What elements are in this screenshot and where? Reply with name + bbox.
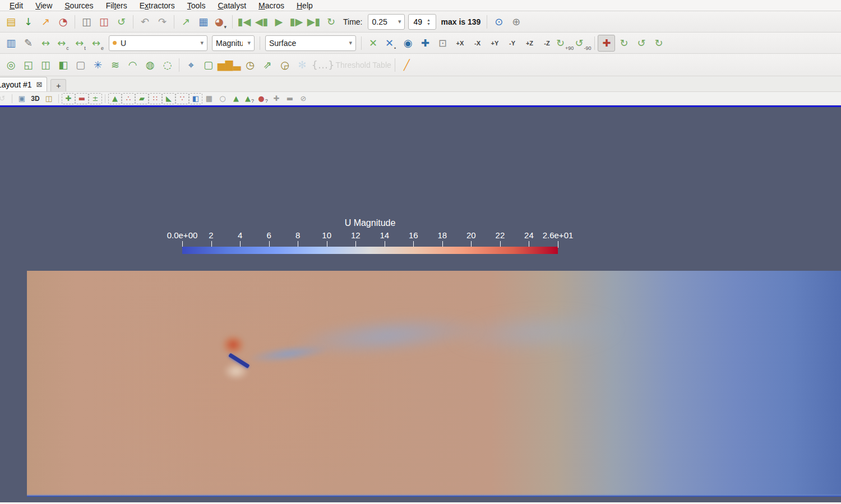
toggle-2d3d-button[interactable]: 3D	[29, 93, 42, 104]
pick-rotation-center-button[interactable]: ↻	[650, 35, 667, 52]
rescale-to-custom-range-button[interactable]: ↔c	[54, 35, 72, 52]
loop-button[interactable]: ↻	[322, 13, 340, 30]
menu-edit[interactable]: Edit	[3, 0, 29, 11]
select-points-through-button[interactable]: ∷	[149, 93, 162, 104]
threshold-table-button[interactable]: Threshold Table	[335, 57, 391, 73]
edit-color-map-button[interactable]: ✎	[20, 35, 37, 52]
histogram-button[interactable]: ▅▇▃	[217, 57, 242, 73]
time-value-combo[interactable]: 0.25 ▾	[368, 14, 405, 30]
vector-component-combo[interactable]: Magnitude ▾	[212, 35, 255, 51]
extract-selection-button[interactable]: ▢	[200, 57, 217, 73]
measure-button[interactable]: ╱	[398, 57, 415, 73]
toggle-selection-button[interactable]: ±	[89, 93, 102, 104]
menu-extractors[interactable]: Extractors	[133, 0, 181, 11]
play-button[interactable]: ▶	[270, 13, 288, 30]
clear-selection-button[interactable]: ⊘	[297, 93, 310, 104]
interpolate-to-time-button[interactable]: ✻	[294, 57, 311, 73]
show-center-axes-toggle[interactable]: ✚	[598, 35, 615, 52]
last-frame-button[interactable]: ▶▮	[305, 13, 322, 30]
hover-points-button[interactable]: ○	[216, 93, 229, 104]
color-palette-button[interactable]: ◕▾	[212, 13, 229, 30]
rescale-to-temporal-range-button[interactable]: ↔t	[72, 35, 89, 52]
color-array-combo[interactable]: U ▾	[109, 35, 207, 51]
zoom-closest-to-data-button[interactable]: ✚	[417, 35, 434, 52]
zoom-to-data-button[interactable]: ◉	[399, 35, 417, 52]
view-minus-z-button[interactable]: -Z	[538, 35, 556, 52]
menu-filters[interactable]: Filters	[100, 0, 133, 11]
select-cells-on-button[interactable]: ▲	[108, 93, 122, 104]
connect-server-button[interactable]: ◫	[78, 13, 95, 30]
select-cells-through-button[interactable]: ▰	[135, 93, 149, 104]
new-layout-tab-button[interactable]: +	[50, 79, 66, 91]
menu-catalyst[interactable]: Catalyst	[211, 0, 252, 11]
rescale-to-data-range-button[interactable]: ↔	[37, 35, 54, 52]
menu-tools[interactable]: Tools	[181, 0, 212, 11]
select-points-on-button[interactable]: ∴	[122, 93, 135, 104]
undo-button[interactable]: ↶	[136, 13, 154, 30]
capture-view-button[interactable]: ▣	[15, 93, 29, 104]
open-file-button[interactable]: ▤	[2, 13, 20, 30]
group-datasets-button[interactable]: ◍	[141, 57, 159, 73]
select-block-button[interactable]: ◧	[189, 93, 202, 104]
stream-tracer-button[interactable]: ≋	[107, 57, 124, 73]
first-frame-button[interactable]: ▮◀	[235, 13, 253, 30]
subtract-selection-button[interactable]: ▬	[75, 93, 89, 104]
menu-view[interactable]: View	[29, 0, 58, 11]
select-frustum-button[interactable]: ▦	[202, 93, 216, 104]
next-frame-button[interactable]: ▮▶	[288, 13, 305, 30]
zoom-to-box-button[interactable]: ⊡	[434, 35, 451, 52]
plot-over-line-button[interactable]: ⇗	[259, 57, 276, 73]
reset-camera-closest-button[interactable]: ✕•	[382, 35, 399, 52]
clip-filter-button[interactable]: ◱	[20, 57, 37, 73]
frame-spinbox[interactable]: 49 ▲▼	[408, 14, 436, 30]
save-extracts-button[interactable]: ↗	[177, 13, 195, 30]
zoom-to-box-view-button[interactable]: ◫	[42, 93, 56, 104]
contour-filter-button[interactable]: ◎	[2, 57, 20, 73]
select-points-polygon-button[interactable]: ∵	[175, 93, 189, 104]
slice-filter-button[interactable]: ◫	[37, 57, 54, 73]
hover-cells-button[interactable]: ▲	[229, 93, 243, 104]
plot-selection-over-time-button[interactable]: ◶	[276, 57, 294, 73]
rescale-to-visible-range-button[interactable]: ↔e	[89, 35, 107, 52]
shrink-selection-button[interactable]: ▬	[283, 93, 297, 104]
view-minus-y-button[interactable]: -Y	[503, 35, 521, 52]
view-plus-z-button[interactable]: +Z	[521, 35, 538, 52]
tab-layout-1[interactable]: Layout #1 ⊠	[0, 77, 47, 91]
menu-help[interactable]: Help	[290, 0, 319, 11]
set-rotation-center-button[interactable]: ↻	[615, 35, 632, 52]
representation-combo[interactable]: Surface ▾	[265, 35, 356, 51]
menu-macros[interactable]: Macros	[252, 0, 290, 11]
previous-frame-button[interactable]: ◀▮	[253, 13, 270, 30]
reset-rotation-center-button[interactable]: ↺	[632, 35, 650, 52]
view-plus-y-button[interactable]: +Y	[486, 35, 503, 52]
view-minus-x-button[interactable]: -X	[469, 35, 486, 52]
save-data-button[interactable]: ↓	[20, 13, 37, 30]
menu-sources[interactable]: Sources	[58, 0, 99, 11]
glyph-filter-button[interactable]: ✳	[89, 57, 107, 73]
query-cells-button[interactable]: ▲?	[243, 93, 256, 104]
programmable-filter-button[interactable]: {…}	[311, 57, 335, 73]
rotate-90-cw-button[interactable]: ↻+90	[556, 35, 574, 52]
plot-over-time-button[interactable]: ◷	[242, 57, 259, 73]
probe-location-button[interactable]: ⌖	[182, 57, 200, 73]
save-screenshot-button[interactable]: ↗	[37, 13, 54, 30]
close-tab-icon[interactable]: ⊠	[36, 80, 43, 89]
disconnect-server-button[interactable]: ◫	[95, 13, 113, 30]
spinner-arrows-icon[interactable]: ▲▼	[427, 18, 431, 26]
grow-selection-button[interactable]: ✚	[270, 93, 283, 104]
add-selection-button[interactable]: ✚	[62, 93, 75, 104]
threshold-filter-button[interactable]: ◧	[54, 57, 72, 73]
render-view[interactable]: U Magnitude 0.0e+00246810121416182022242…	[0, 107, 841, 502]
partial-hidden-button[interactable]: ↺	[0, 93, 9, 104]
extract-block-button[interactable]: ◌	[159, 57, 176, 73]
selection-colors-button[interactable]: ▦	[195, 13, 212, 30]
rotate-90-ccw-button[interactable]: ↺-90	[574, 35, 592, 52]
save-animation-button[interactable]: ◔	[54, 13, 72, 30]
reset-session-button[interactable]: ↺	[113, 13, 130, 30]
add-camera-link-button[interactable]: ⊕	[507, 13, 525, 30]
toggle-color-legend-button[interactable]: ▥	[2, 35, 20, 52]
warp-by-vector-button[interactable]: ◠	[124, 57, 141, 73]
redo-button[interactable]: ↷	[154, 13, 171, 30]
reset-camera-button[interactable]: ✕	[364, 35, 382, 52]
select-cells-polygon-button[interactable]: ◣	[162, 93, 175, 104]
